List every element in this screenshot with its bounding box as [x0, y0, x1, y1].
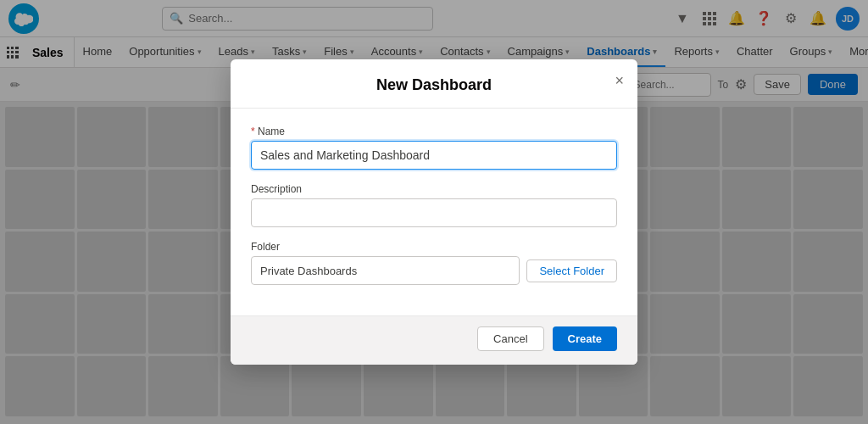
required-indicator: *: [251, 126, 258, 137]
content-area: New Dashboard × * Name Description: [0, 102, 868, 424]
name-label-text: Name: [258, 126, 285, 137]
description-label: Description: [251, 183, 617, 195]
folder-form-group: Folder Select Folder: [251, 241, 617, 285]
cancel-button[interactable]: Cancel: [477, 326, 543, 351]
new-dashboard-modal: New Dashboard × * Name Description: [231, 102, 637, 365]
description-form-group: Description: [251, 183, 617, 227]
folder-input[interactable]: [251, 256, 520, 285]
name-form-group: * Name: [251, 126, 617, 170]
page-wrapper: 🔍 ▼ 🔔 ❓ ⚙ 🔔 JD Sales Home Opportuniti: [0, 0, 868, 424]
name-input[interactable]: [251, 141, 617, 170]
modal-overlay: New Dashboard × * Name Description: [0, 102, 868, 424]
description-input[interactable]: [251, 198, 617, 227]
name-label: * Name: [251, 126, 617, 137]
modal-header: New Dashboard ×: [231, 102, 637, 109]
folder-row: Select Folder: [251, 256, 617, 285]
modal-body: * Name Description Folder S: [231, 109, 637, 315]
folder-label: Folder: [251, 241, 617, 253]
select-folder-button[interactable]: Select Folder: [526, 259, 617, 282]
modal-footer: Cancel Create: [231, 315, 637, 365]
create-button[interactable]: Create: [553, 326, 617, 351]
